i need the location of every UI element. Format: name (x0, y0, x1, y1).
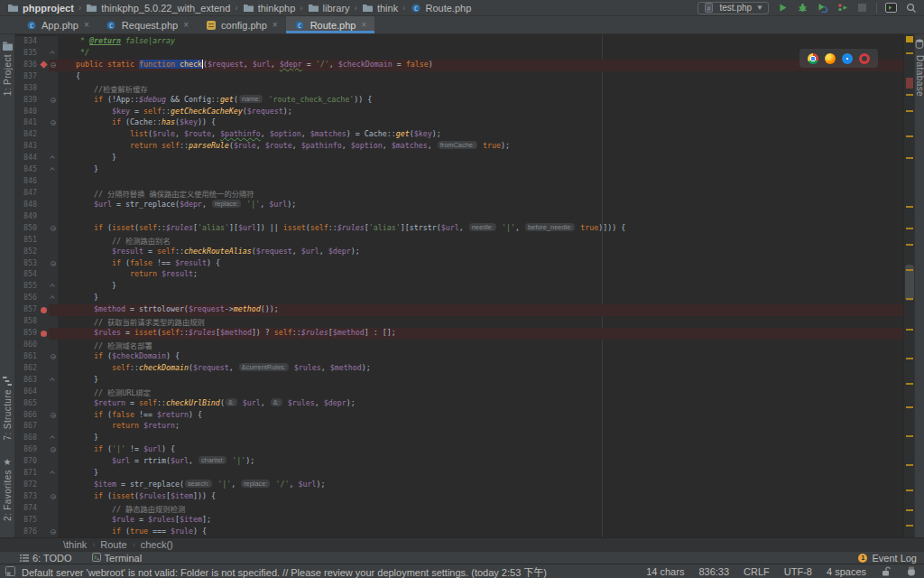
run-config-selector[interactable]: p test.php ▼ (698, 2, 769, 14)
toolwindow-button-favorites[interactable]: ★2: Favorites (3, 453, 13, 521)
fold-end-icon[interactable] (50, 436, 55, 442)
fold-start-icon[interactable] (51, 494, 56, 499)
fold-end-icon[interactable] (50, 167, 55, 172)
breakpoint-gutter[interactable] (40, 247, 49, 258)
line-separator[interactable]: CRLF (744, 566, 770, 577)
breakpoint-gutter[interactable] (40, 503, 49, 515)
warning-stripe-mark[interactable] (906, 358, 913, 359)
breadcrumb-item[interactable]: library (308, 2, 350, 14)
highlighting-level-icon[interactable] (906, 566, 917, 577)
fold-start-icon[interactable] (51, 226, 56, 231)
warning-stripe-mark[interactable] (906, 435, 913, 437)
breakpoint-icon[interactable] (41, 307, 47, 313)
fold-gutter[interactable] (49, 351, 58, 363)
warning-stripe-mark[interactable] (906, 383, 913, 385)
breakpoint-gutter[interactable] (40, 328, 49, 340)
fold-gutter[interactable] (49, 141, 58, 153)
fold-gutter[interactable] (49, 491, 58, 503)
fold-gutter[interactable] (49, 211, 58, 223)
breakpoint-gutter[interactable] (40, 398, 49, 410)
fold-gutter[interactable] (49, 410, 58, 422)
breakpoint-gutter[interactable] (40, 375, 49, 387)
breakpoint-gutter[interactable] (40, 433, 49, 444)
run-anything-icon[interactable] (885, 2, 897, 14)
warning-stripe-mark[interactable] (906, 206, 913, 208)
warning-stripe-mark[interactable] (906, 244, 913, 246)
editor-breadcrumb-item[interactable]: check() (141, 539, 173, 550)
warning-stripe-mark[interactable] (906, 329, 913, 331)
fold-gutter[interactable] (49, 363, 58, 375)
search-everywhere-icon[interactable] (905, 2, 917, 14)
indent-style[interactable]: 4 spaces (827, 566, 866, 577)
warning-stripe-mark[interactable] (906, 110, 913, 112)
breakpoint-gutter[interactable] (40, 480, 49, 491)
file-encoding[interactable]: UTF-8 (784, 566, 812, 577)
breakpoint-icon[interactable] (40, 61, 47, 69)
breadcrumb-item[interactable]: CRoute.php (410, 2, 471, 14)
breakpoint-gutter[interactable] (40, 515, 49, 527)
warning-stripe-mark[interactable] (906, 157, 913, 159)
fold-gutter[interactable] (49, 527, 58, 537)
breadcrumb-item[interactable]: thinkphp (243, 2, 296, 14)
opera-icon[interactable] (859, 53, 870, 64)
fold-gutter[interactable] (49, 456, 58, 468)
toolwindow-toggle-icon[interactable] (5, 566, 15, 577)
breakpoint-gutter[interactable] (40, 281, 49, 293)
fold-gutter[interactable] (49, 480, 58, 491)
inspection-status-indicator[interactable] (906, 36, 913, 42)
breakpoint-gutter[interactable] (40, 527, 49, 537)
fold-gutter[interactable] (49, 433, 58, 444)
warning-stripe-mark[interactable] (906, 525, 913, 527)
breakpoint-gutter[interactable] (40, 293, 49, 304)
warning-stripe-mark[interactable] (906, 228, 913, 229)
fold-gutter[interactable] (49, 83, 58, 95)
breakpoint-gutter[interactable] (40, 95, 49, 107)
warning-stripe-mark[interactable] (906, 52, 913, 54)
fold-gutter[interactable] (49, 316, 58, 328)
breakpoint-gutter[interactable] (40, 468, 49, 480)
breakpoint-gutter[interactable] (40, 141, 49, 153)
breakpoint-gutter[interactable] (40, 60, 49, 71)
fold-gutter[interactable] (49, 258, 58, 270)
breadcrumb-item[interactable]: think (362, 2, 398, 14)
editor-breadcrumb-item[interactable]: \think (63, 539, 87, 550)
fold-end-icon[interactable] (50, 295, 55, 301)
fold-start-icon[interactable] (51, 529, 56, 535)
fold-gutter[interactable] (49, 328, 58, 340)
fold-start-icon[interactable] (51, 261, 56, 266)
fold-gutter[interactable] (49, 176, 58, 188)
fold-start-icon[interactable] (51, 447, 56, 452)
fold-gutter[interactable] (49, 468, 58, 480)
fold-end-icon[interactable] (50, 155, 55, 161)
breakpoint-gutter[interactable] (40, 444, 49, 456)
toolwindow-button-project[interactable]: 1: Project (2, 40, 14, 96)
breakpoint-gutter[interactable] (40, 36, 49, 48)
warning-stripe-mark[interactable] (906, 406, 913, 408)
fold-gutter[interactable] (49, 129, 58, 141)
breakpoint-gutter[interactable] (40, 188, 49, 200)
fold-gutter[interactable] (49, 48, 58, 60)
fold-gutter[interactable] (49, 293, 58, 304)
editor-breadcrumb-item[interactable]: Route (100, 539, 126, 550)
breakpoint-gutter[interactable] (40, 351, 49, 363)
breakpoint-gutter[interactable] (40, 491, 49, 503)
fold-gutter[interactable] (49, 503, 58, 515)
fold-gutter[interactable] (49, 515, 58, 527)
breakpoint-gutter[interactable] (40, 269, 49, 281)
run-icon[interactable] (777, 2, 789, 14)
tab-app-php[interactable]: CApp.php× (17, 16, 97, 33)
fold-gutter[interactable] (49, 247, 58, 258)
fold-gutter[interactable] (49, 421, 58, 433)
breakpoint-icon[interactable] (41, 331, 47, 337)
fold-gutter[interactable] (49, 60, 58, 71)
caret-position[interactable]: 836:33 (698, 566, 729, 577)
breakpoint-gutter[interactable] (40, 71, 49, 83)
tab-config-php[interactable]: config.php× (197, 16, 286, 33)
breakpoint-gutter[interactable] (40, 211, 49, 223)
warning-stripe-mark[interactable] (906, 489, 913, 491)
selection-length[interactable]: 14 chars (646, 566, 684, 577)
fold-gutter[interactable] (49, 444, 58, 456)
firefox-icon[interactable] (825, 53, 836, 64)
breakpoint-gutter[interactable] (40, 410, 49, 422)
breakpoint-gutter[interactable] (40, 164, 49, 176)
